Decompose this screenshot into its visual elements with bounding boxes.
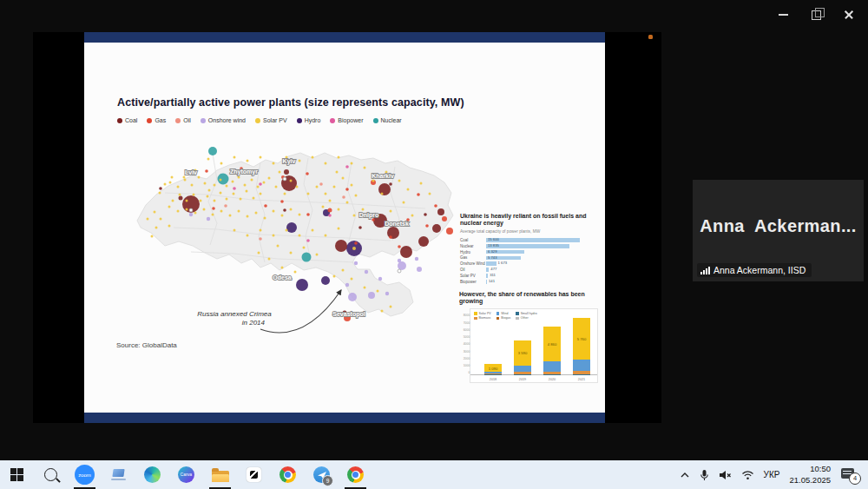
slide-title: Active/partially active power plants (si… [117, 96, 464, 109]
crimea-annotation: Russia annexed Crimea in 2014 [181, 310, 287, 328]
taskbar-apps: zoomCanva9 [0, 460, 372, 489]
legend-item: Hydro [297, 117, 321, 123]
slide-bottom-bar [84, 413, 605, 423]
language-indicator[interactable]: УКР [764, 470, 780, 479]
source-note: Source: GlobalData [116, 341, 177, 349]
legend-dot-icon [330, 118, 335, 123]
participant-video-tile[interactable]: Anna Ackerman... Anna Ackermann, IISD [693, 180, 864, 281]
legend-item: Solar PV [255, 117, 287, 123]
chrome-app-icon[interactable] [271, 460, 305, 489]
svg-text:Kharkiv: Kharkiv [372, 173, 394, 179]
chart2-plot: 0100020003000400050006000700080001 09020… [470, 308, 598, 383]
svg-text:Odesa: Odesa [273, 274, 292, 281]
legend-item: Gas [147, 117, 166, 123]
legend-item: Nuclear [373, 117, 402, 123]
zoom-app-icon[interactable]: zoom [68, 460, 102, 489]
legend-dot-icon [201, 118, 206, 123]
notification-center-button[interactable]: 4 [840, 466, 861, 485]
svg-text:Lviv: Lviv [185, 169, 197, 175]
window-controls [773, 5, 859, 24]
svg-text:Dnipro: Dnipro [359, 212, 379, 219]
connection-signal-icon [700, 267, 710, 274]
legend-item: Biopower [330, 117, 363, 123]
slide-top-bar [84, 32, 605, 43]
legend-item: Coal [117, 117, 137, 123]
chart2-legend: Solar PVWindSmall hydroBiomassBiogasOthe… [474, 312, 537, 320]
display-icon [111, 468, 127, 481]
taskbar: zoomCanva9 УКР 10:50 21.05.2025 4 [0, 460, 868, 489]
restore-icon [812, 10, 821, 20]
legend-dot-icon [297, 118, 302, 123]
chrome-app-icon-2[interactable] [339, 460, 372, 489]
stacked-bar: 3 590 [514, 340, 531, 375]
microphone-icon[interactable] [700, 469, 709, 481]
tray-date: 21.05.2025 [789, 475, 831, 486]
map-legend: CoalGasOilOnshore windSolar PVHydroBiopo… [117, 117, 402, 123]
chart1-row: Hydro6 329 [460, 249, 599, 255]
chart1-row: Onshore Wind1 673 [460, 261, 599, 267]
minimize-icon [779, 14, 788, 16]
windows-logo-icon [10, 468, 24, 482]
tray-time: 10:50 [789, 464, 831, 474]
close-icon [844, 10, 854, 20]
chart1-row: Biopower141 [460, 279, 599, 285]
legend-dot-icon [255, 118, 260, 123]
svg-text:Zhytomyr: Zhytomyr [230, 169, 258, 175]
chart1-bars: Coal15 600Nuclear13 835Hydro6 329Gas5 74… [460, 237, 599, 285]
presentation-slide: Active/partially active power plants (si… [84, 32, 605, 423]
tray-chevron-up-icon[interactable] [680, 472, 690, 479]
recording-indicator-dot [648, 35, 653, 39]
participant-name-label: Anna Ackermann, IISD [697, 263, 812, 277]
zoom-logo-icon: zoom [75, 465, 95, 485]
minimize-button[interactable] [773, 5, 793, 24]
chart1-subtitle: Average total capacity of power plants, … [460, 229, 599, 234]
app-badge: 9 [322, 475, 333, 486]
wifi-icon[interactable] [741, 470, 754, 480]
legend-item: Onshore wind [201, 117, 246, 123]
chrome-logo-icon [279, 466, 296, 483]
chart2-title: However, the share of renewables has bee… [459, 291, 600, 306]
clock[interactable]: 10:50 21.05.2025 [789, 464, 831, 486]
participant-display-name: Anna Ackerman... [693, 216, 864, 236]
ukraine-map: LvivZhytomyrKyivKharkivDniproDonetskOdes… [130, 132, 464, 347]
search-button[interactable] [34, 460, 68, 489]
legend-dot-icon [373, 118, 378, 123]
svg-text:Kyiv: Kyiv [283, 158, 296, 165]
capcut-app-icon[interactable] [237, 460, 271, 489]
stacked-bar: 1 090 [484, 364, 502, 375]
legend-item: Oil [175, 117, 191, 123]
speaker-muted-icon[interactable] [719, 470, 732, 480]
chart1-row: Coal15 600 [460, 237, 599, 243]
restore-button[interactable] [806, 5, 826, 24]
folder-icon [212, 471, 229, 482]
system-tray: УКР 10:50 21.05.2025 4 [680, 460, 868, 489]
renewables-stacked-chart: However, the share of renewables has bee… [459, 291, 600, 383]
legend-dot-icon [117, 118, 122, 123]
chart1-row: Solar PV311 [460, 273, 599, 279]
edge-logo-icon [144, 466, 161, 483]
canva-app-icon[interactable]: Canva [169, 460, 203, 489]
display-app-icon[interactable] [102, 460, 135, 489]
chrome-logo-icon [347, 466, 364, 483]
stacked-bar: 5 760 [573, 318, 590, 375]
canva-logo-icon: Canva [178, 466, 194, 483]
chart1-row: Oil477 [460, 267, 599, 273]
legend-dot-icon [147, 118, 152, 123]
slide-body: Active/partially active power plants (si… [84, 43, 605, 413]
chart1-row: Gas5 743 [460, 254, 599, 261]
chart1-title: Ukraine is heavily reliant on fossil fue… [460, 213, 599, 228]
stacked-bar: 4 860 [543, 327, 561, 375]
start-button[interactable] [0, 460, 34, 489]
notification-badge: 4 [849, 472, 861, 485]
svg-text:Sevastopol: Sevastopol [332, 311, 365, 318]
telegram-app-icon[interactable]: 9 [305, 460, 339, 489]
edge-app-icon[interactable] [135, 460, 169, 489]
chart1-row: Nuclear13 835 [460, 243, 599, 249]
capacity-bar-chart: Ukraine is heavily reliant on fossil fue… [460, 213, 599, 285]
svg-text:Donetsk: Donetsk [385, 221, 409, 227]
search-icon [44, 468, 57, 481]
legend-dot-icon [175, 118, 181, 123]
file-explorer-icon[interactable] [203, 460, 237, 489]
capcut-logo-icon [247, 467, 261, 482]
close-button[interactable] [838, 5, 859, 24]
